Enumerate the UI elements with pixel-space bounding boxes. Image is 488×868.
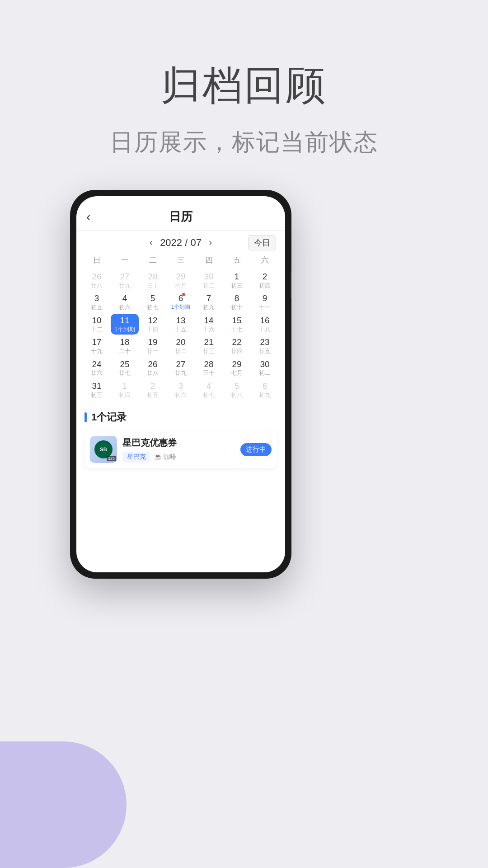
day-number: 15 bbox=[224, 316, 250, 326]
day-lunar: 十八 bbox=[252, 326, 278, 333]
calendar-day[interactable]: 61个到期 bbox=[167, 292, 195, 312]
event-dot bbox=[182, 293, 185, 296]
day-lunar: 十五 bbox=[168, 326, 194, 333]
calendar-day[interactable]: 111个到期 bbox=[111, 314, 139, 335]
day-lunar: 初三 bbox=[224, 282, 250, 289]
calendar-day[interactable]: 26廿八 bbox=[139, 358, 167, 378]
day-number: 26 bbox=[84, 272, 110, 282]
calendar-day[interactable]: 21廿三 bbox=[195, 335, 223, 356]
calendar-day[interactable]: 22廿四 bbox=[223, 335, 251, 356]
day-lunar: 三十 bbox=[140, 282, 166, 289]
calendar-grid: 日 一 二 三 四 五 六 26廿八27廿九28三十29六月30初二1初三2初四… bbox=[76, 252, 285, 400]
calendar-day[interactable]: 7初九 bbox=[195, 292, 223, 312]
calendar-day[interactable]: 27廿九 bbox=[111, 270, 139, 291]
calendar-day[interactable]: 5初八 bbox=[223, 379, 251, 400]
day-number: 13 bbox=[168, 316, 194, 326]
calendar-day[interactable]: 24廿六 bbox=[83, 358, 111, 378]
calendar-day[interactable]: 8初十 bbox=[223, 292, 251, 312]
calendar-day[interactable]: 31初三 bbox=[83, 379, 111, 400]
record-item[interactable]: SB $25 星巴克优惠券 星巴克 ☕ 咖啡 进行中 bbox=[84, 430, 277, 468]
day-number: 22 bbox=[224, 337, 250, 348]
weekday-sat: 六 bbox=[251, 252, 279, 268]
app-header: ‹ 日历 bbox=[76, 196, 285, 231]
day-lunar: 十二 bbox=[84, 326, 110, 333]
record-section-title: 1个记录 bbox=[84, 410, 277, 424]
next-month-button[interactable]: › bbox=[202, 237, 219, 249]
calendar-day[interactable]: 2初五 bbox=[139, 379, 167, 400]
day-lunar: 初五 bbox=[84, 304, 110, 311]
calendar-day[interactable]: 4初七 bbox=[195, 379, 223, 400]
day-number: 20 bbox=[168, 337, 194, 348]
calendar-day[interactable]: 1初三 bbox=[223, 270, 251, 291]
day-lunar: 廿三 bbox=[196, 348, 222, 355]
day-number: 27 bbox=[168, 359, 194, 370]
calendar-day[interactable]: 19廿一 bbox=[139, 335, 167, 356]
calendar-day[interactable]: 12十四 bbox=[139, 314, 167, 335]
day-number: 6 bbox=[168, 293, 194, 304]
day-number: 5 bbox=[224, 381, 250, 392]
day-lunar: 十一 bbox=[252, 304, 278, 311]
day-number: 14 bbox=[196, 316, 222, 326]
day-number: 18 bbox=[112, 337, 138, 348]
calendar-day[interactable]: 25廿七 bbox=[111, 358, 139, 378]
day-number: 5 bbox=[140, 293, 166, 304]
calendar-day[interactable]: 4初六 bbox=[111, 292, 139, 312]
calendar-day[interactable]: 18二十 bbox=[111, 335, 139, 356]
calendar-day[interactable]: 29七月 bbox=[223, 358, 251, 378]
day-number: 28 bbox=[196, 359, 222, 370]
calendar-day[interactable]: 23廿五 bbox=[251, 335, 279, 356]
day-lunar: 廿九 bbox=[112, 282, 138, 289]
day-lunar: 十四 bbox=[140, 326, 166, 333]
calendar-month-label: 2022 / 07 bbox=[160, 237, 202, 249]
day-lunar: 廿一 bbox=[140, 348, 166, 355]
calendar-day[interactable]: 6初九 bbox=[251, 379, 279, 400]
day-lunar: 七月 bbox=[224, 369, 250, 377]
record-section: 1个记录 SB $25 星巴克优惠券 星巴克 ☕ 咖啡 进行中 bbox=[76, 403, 285, 473]
calendar-day[interactable]: 30初二 bbox=[195, 270, 223, 291]
calendar-day[interactable]: 9十一 bbox=[251, 292, 279, 312]
today-button[interactable]: 今日 bbox=[248, 235, 276, 250]
day-number: 25 bbox=[112, 359, 138, 370]
calendar-day[interactable]: 2初四 bbox=[251, 270, 279, 291]
calendar-day[interactable]: 29六月 bbox=[167, 270, 195, 291]
day-number: 16 bbox=[252, 316, 278, 326]
day-lunar: 廿八 bbox=[84, 282, 110, 289]
calendar-day[interactable]: 30初二 bbox=[251, 358, 279, 378]
calendar-day[interactable]: 27廿九 bbox=[167, 358, 195, 378]
calendar-day[interactable]: 3初五 bbox=[83, 292, 111, 312]
calendar-day[interactable]: 16十八 bbox=[251, 314, 279, 335]
calendar-day[interactable]: 14十六 bbox=[195, 314, 223, 335]
phone-screen: ‹ 日历 ‹ 2022 / 07 › 今日 日 一 二 三 四 五 六 26廿八… bbox=[76, 196, 285, 572]
calendar-day[interactable]: 3初六 bbox=[167, 379, 195, 400]
hero-title: 归档回顾 bbox=[0, 59, 488, 113]
calendar-day[interactable]: 1初四 bbox=[111, 379, 139, 400]
day-lunar: 初七 bbox=[140, 304, 166, 311]
calendar-day[interactable]: 10十二 bbox=[83, 314, 111, 335]
calendar-nav: ‹ 2022 / 07 › 今日 bbox=[76, 231, 285, 252]
day-number: 11 bbox=[112, 316, 138, 326]
calendar-day[interactable]: 17十九 bbox=[83, 335, 111, 356]
phone-frame: ‹ 日历 ‹ 2022 / 07 › 今日 日 一 二 三 四 五 六 26廿八… bbox=[70, 190, 291, 579]
calendar-day[interactable]: 28三十 bbox=[195, 358, 223, 378]
weekday-headers: 日 一 二 三 四 五 六 bbox=[83, 252, 279, 268]
calendar-day[interactable]: 28三十 bbox=[139, 270, 167, 291]
day-number: 31 bbox=[84, 381, 110, 392]
calendar-day[interactable]: 26廿八 bbox=[83, 270, 111, 291]
day-lunar: 初九 bbox=[252, 392, 278, 399]
prev-month-button[interactable]: ‹ bbox=[142, 237, 160, 249]
calendar-day[interactable]: 15十七 bbox=[223, 314, 251, 335]
calendar-day[interactable]: 5初七 bbox=[139, 292, 167, 312]
back-button[interactable]: ‹ bbox=[86, 210, 90, 224]
day-number: 3 bbox=[168, 381, 194, 392]
calendar-day[interactable]: 13十五 bbox=[167, 314, 195, 335]
day-lunar: 初九 bbox=[196, 304, 222, 311]
day-number: 4 bbox=[112, 293, 138, 304]
day-lunar: 初七 bbox=[196, 392, 222, 399]
day-number: 4 bbox=[196, 381, 222, 392]
record-item-name: 星巴克优惠券 bbox=[122, 437, 235, 449]
day-number: 30 bbox=[252, 359, 278, 370]
calendar-day[interactable]: 20廿二 bbox=[167, 335, 195, 356]
hero-subtitle: 日历展示，标记当前状态 bbox=[0, 127, 488, 158]
day-lunar: 初三 bbox=[84, 392, 110, 399]
day-number: 10 bbox=[84, 316, 110, 326]
